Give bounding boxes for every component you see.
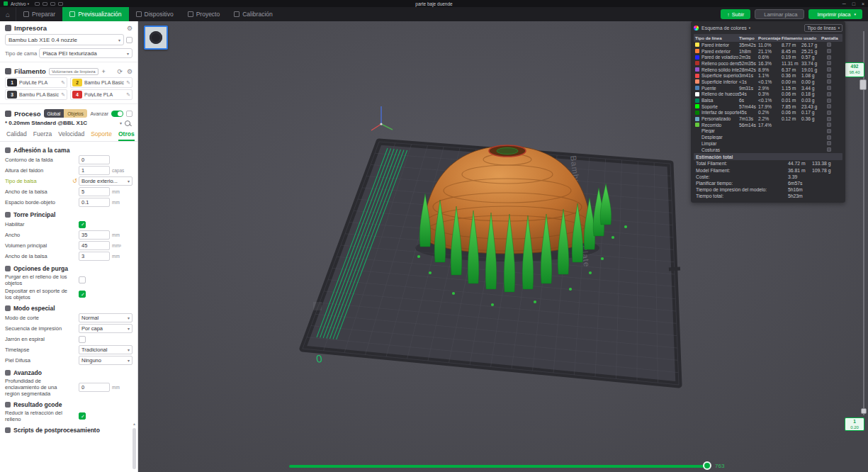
value-select[interactable]: Borde exterio...▾ <box>79 176 133 186</box>
display-checkbox[interactable] <box>827 104 831 108</box>
display-checkbox[interactable] <box>827 111 831 115</box>
value-checkbox[interactable] <box>79 412 86 420</box>
settings-scrollbar[interactable] <box>133 428 136 469</box>
advanced-toggle[interactable] <box>111 111 123 117</box>
value-input[interactable]: 35 <box>79 230 110 240</box>
process-tab[interactable]: Calidad <box>6 130 27 141</box>
redo-icon[interactable] <box>58 2 63 6</box>
value-checkbox[interactable] <box>79 336 86 343</box>
display-checkbox[interactable] <box>827 129 831 133</box>
scroll-up-icon[interactable]: ▲ <box>132 422 137 427</box>
value-input[interactable]: 0 <box>79 155 110 164</box>
filament-item[interactable]: 2 Bambu PLA Basic ✎ <box>70 77 133 88</box>
filament-item[interactable]: 3 Bambu PLA Basic ✎ <box>5 89 67 100</box>
filament-edit-icon[interactable]: ✎ <box>126 80 130 86</box>
display-checkbox[interactable] <box>827 61 831 65</box>
value-input[interactable]: 45 <box>79 241 110 250</box>
action-button[interactable]: ↑ Subir <box>721 9 750 19</box>
display-checkbox[interactable] <box>827 49 831 53</box>
setting-item: Ancho de la balsa Ancho de la balsa ↺ 3 … <box>5 252 133 261</box>
display-checkbox[interactable] <box>827 147 831 152</box>
process-compare-icon[interactable] <box>126 111 133 117</box>
open-icon[interactable] <box>35 2 40 6</box>
line-type-select[interactable]: Tipo de líneas▾ <box>804 24 842 32</box>
printer-edit-icon[interactable] <box>126 37 133 43</box>
home-icon[interactable]: ⌂ <box>0 7 16 21</box>
value-input[interactable]: 5 <box>79 187 110 196</box>
main-tab[interactable]: Previsualización <box>62 7 128 21</box>
minimize-icon[interactable]: ─ <box>842 1 846 6</box>
value-select[interactable]: Normal▾ <box>79 313 133 322</box>
display-checkbox[interactable] <box>827 55 831 60</box>
printer-settings-gear-icon[interactable]: ⚙ <box>127 25 133 32</box>
display-checkbox[interactable] <box>827 135 831 140</box>
value-input[interactable]: 0 <box>79 383 110 392</box>
filament-item[interactable]: 4 PolyLite PLA ✎ <box>70 89 133 100</box>
layer-slider-handle-top[interactable] <box>859 79 867 90</box>
main-tab[interactable]: Proyecto <box>181 7 227 21</box>
process-tab[interactable]: Velocidad <box>58 130 84 141</box>
undo-icon[interactable] <box>50 2 55 6</box>
filament-settings-gear-icon[interactable]: ⚙ <box>127 68 133 75</box>
filament-edit-icon[interactable]: ✎ <box>61 80 65 86</box>
value-input[interactable]: 3 <box>79 252 110 261</box>
setting-item: Habilitar Habilitar ↺ ▾ <box>5 220 133 229</box>
process-tab[interactable]: Fuerza <box>33 130 52 141</box>
value-select[interactable]: Ninguno▾ <box>79 356 133 365</box>
flushing-volumes-button[interactable]: Volúmenes de limpieza <box>49 68 98 75</box>
line-type-color-chip <box>695 61 699 65</box>
value-select[interactable]: Por capa▾ <box>79 324 133 333</box>
reset-icon[interactable]: ↺ <box>72 178 79 184</box>
display-checkbox[interactable] <box>827 67 831 72</box>
scope-toggle[interactable]: Global Objetos <box>44 109 87 118</box>
display-checkbox[interactable] <box>827 141 831 145</box>
display-checkbox[interactable] <box>827 43 831 47</box>
maximize-icon[interactable]: □ <box>852 1 855 6</box>
main-tab[interactable]: Dispositivo <box>129 7 181 21</box>
process-tab[interactable]: Otros <box>118 130 135 141</box>
value-input[interactable]: 1 <box>79 166 110 175</box>
menu-archivo[interactable]: Archivo▾ <box>11 1 29 6</box>
display-checkbox[interactable] <box>827 123 831 127</box>
step-slider-handle[interactable] <box>703 461 711 470</box>
preset-caret-icon[interactable]: ▾ <box>120 120 122 125</box>
group-icon <box>5 266 11 271</box>
action-button[interactable]: Laminar placa <box>755 9 804 19</box>
plate-thumbnail[interactable] <box>144 26 168 50</box>
main-tab[interactable]: Calibración <box>227 7 280 21</box>
search-icon[interactable] <box>125 120 130 126</box>
display-checkbox[interactable] <box>827 86 831 90</box>
scope-objects[interactable]: Objetos <box>64 109 86 118</box>
display-checkbox[interactable] <box>827 117 831 121</box>
display-checkbox[interactable] <box>827 79 831 84</box>
line-type-color-chip <box>695 104 699 108</box>
layer-slider-handle-bottom[interactable] <box>861 408 867 414</box>
process-tab[interactable]: Soporte <box>91 130 112 141</box>
process-preset[interactable]: * 0.20mm Standard @BBL X1C <box>5 120 115 126</box>
printer-select[interactable]: Bambu Lab X1E 0.4 nozzle▾ <box>5 34 124 45</box>
filament-item[interactable]: 1 PolyLite PLA ✎ <box>5 77 67 88</box>
color-scheme-dropdown[interactable]: Esquema de colores▾ <box>701 26 750 30</box>
scope-global[interactable]: Global <box>44 109 64 118</box>
close-icon[interactable]: × <box>862 1 864 6</box>
value-select[interactable]: Tradicional▾ <box>79 345 133 354</box>
save-icon[interactable] <box>43 2 47 6</box>
add-filament-button[interactable]: + <box>102 68 106 75</box>
display-checkbox[interactable] <box>827 99 831 103</box>
group-icon <box>5 147 11 153</box>
unit-label: mm <box>112 189 120 194</box>
step-slider-track[interactable] <box>289 465 710 468</box>
filament-edit-icon[interactable]: ✎ <box>126 92 130 98</box>
value-checkbox[interactable] <box>79 221 86 228</box>
filament-sync-icon[interactable]: ⟳ <box>117 68 123 75</box>
value-checkbox[interactable] <box>79 291 86 298</box>
legend-row: Relleno de huecos 54s 0.3% 0.06 m 0.18 g <box>694 91 842 98</box>
bed-type-select[interactable]: Placa PEI texturizada▾ <box>39 48 133 58</box>
value-checkbox[interactable] <box>79 276 86 283</box>
display-checkbox[interactable] <box>827 92 831 96</box>
main-tab[interactable]: Preparar <box>16 7 62 21</box>
action-button[interactable]: Imprimir placa <box>808 9 862 19</box>
display-checkbox[interactable] <box>827 74 831 78</box>
value-input[interactable]: 0.1 <box>79 198 110 207</box>
filament-edit-icon[interactable]: ✎ <box>61 92 65 98</box>
